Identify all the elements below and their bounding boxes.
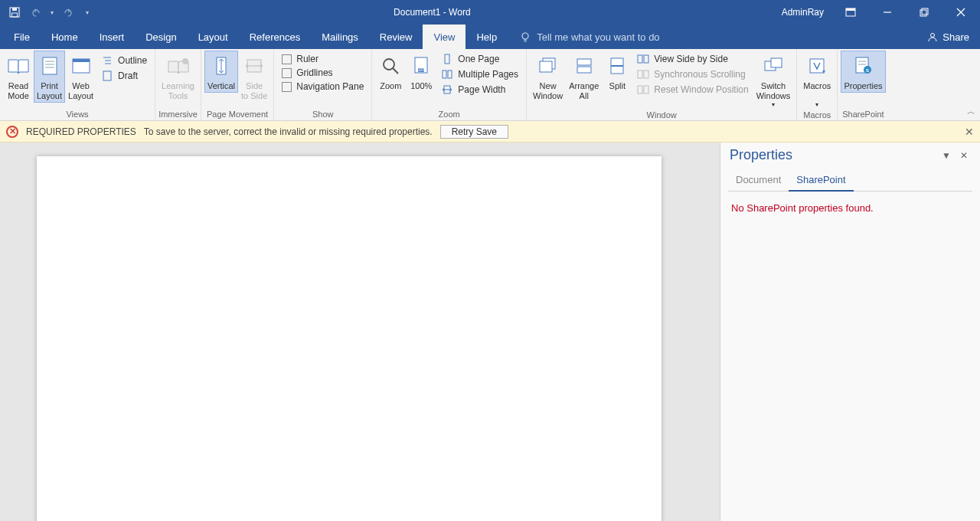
svg-text:S: S <box>866 68 869 73</box>
tab-design[interactable]: Design <box>135 25 187 49</box>
navigation-pane-checkbox[interactable]: Navigation Pane <box>282 81 364 92</box>
svg-rect-14 <box>43 57 57 74</box>
tab-home[interactable]: Home <box>41 25 89 49</box>
svg-text:100: 100 <box>418 67 425 72</box>
group-sharepoint: S Properties SharePoint <box>838 49 888 120</box>
group-show: Ruler Gridlines Navigation Pane Show <box>274 49 372 120</box>
message-title: REQUIRED PROPERTIES <box>26 126 136 137</box>
tab-mailings[interactable]: Mailings <box>311 25 369 49</box>
group-views-label: Views <box>0 110 155 120</box>
tab-layout[interactable]: Layout <box>188 25 239 49</box>
redo-icon[interactable] <box>60 4 77 21</box>
message-bar: ✕ REQUIRED PROPERTIES To save to the ser… <box>0 121 980 143</box>
qat-customize-icon[interactable]: ▾ <box>84 9 90 16</box>
print-layout-button[interactable]: Print Layout <box>34 51 65 103</box>
split-button[interactable]: Split <box>602 51 632 93</box>
svg-rect-49 <box>771 58 782 67</box>
gridlines-checkbox[interactable]: Gridlines <box>282 67 364 78</box>
minimize-icon[interactable] <box>870 0 905 25</box>
tell-me-search[interactable]: Tell me what you want to do <box>520 25 659 49</box>
title-bar: ▾ ▾ Document1 - Word AdminRay <box>0 0 980 25</box>
new-window-button[interactable]: New Window <box>530 51 566 103</box>
macros-button[interactable]: Macros▾ <box>800 51 834 110</box>
vertical-button[interactable]: Vertical <box>204 51 238 93</box>
multiple-pages-button[interactable]: Multiple Pages <box>441 67 518 81</box>
quick-access-toolbar: ▾ ▾ <box>0 4 90 21</box>
pane-options-icon[interactable]: ▼ <box>937 150 956 161</box>
pane-tab-document[interactable]: Document <box>728 171 789 191</box>
properties-icon: S <box>851 54 875 78</box>
share-icon <box>927 31 938 42</box>
close-icon[interactable] <box>943 0 978 25</box>
macros-icon <box>805 54 829 78</box>
svg-rect-2 <box>12 13 18 17</box>
svg-rect-34 <box>448 70 452 78</box>
new-window-icon <box>536 54 560 78</box>
group-immersive-label: Immersive <box>155 110 201 120</box>
retry-save-button[interactable]: Retry Save <box>440 125 508 139</box>
split-icon <box>605 54 629 78</box>
undo-icon[interactable] <box>28 4 44 21</box>
view-side-by-side-button[interactable]: View Side by Side <box>637 52 748 66</box>
document-area[interactable] <box>0 143 720 521</box>
hundred-percent-button[interactable]: 100 100% <box>406 51 436 93</box>
svg-rect-37 <box>540 61 552 72</box>
outline-button[interactable]: Outline <box>101 54 147 67</box>
tab-view[interactable]: View <box>423 25 466 49</box>
group-macros-label: Macros <box>797 110 837 121</box>
maximize-icon[interactable] <box>906 0 942 25</box>
synchronous-scrolling-button[interactable]: Synchronous Scrolling <box>637 67 748 81</box>
group-window: New Window Arrange All Split View Side b… <box>527 49 797 120</box>
group-macros: Macros▾ Macros <box>797 49 838 120</box>
switch-windows-button[interactable]: Switch Windows ▾ <box>753 51 794 110</box>
group-immersive: Learning Tools Immersive <box>155 49 201 120</box>
draft-icon <box>101 70 113 82</box>
pane-close-icon[interactable]: ✕ <box>956 150 972 161</box>
message-close-icon[interactable]: ✕ <box>965 126 974 138</box>
svg-rect-4 <box>846 8 855 11</box>
svg-rect-33 <box>443 70 446 78</box>
svg-point-24 <box>182 58 188 64</box>
svg-rect-6 <box>920 10 926 16</box>
pane-tab-sharepoint[interactable]: SharePoint <box>789 171 853 192</box>
web-layout-button[interactable]: Web Layout <box>65 51 96 103</box>
document-page[interactable] <box>37 156 662 521</box>
arrange-all-icon <box>572 54 596 78</box>
user-name[interactable]: AdminRay <box>774 7 831 18</box>
hundred-percent-icon: 100 <box>409 54 433 78</box>
tab-references[interactable]: References <box>239 25 311 49</box>
undo-dropdown-icon[interactable]: ▾ <box>49 9 55 16</box>
learning-tools-button[interactable]: Learning Tools <box>158 51 198 103</box>
arrange-all-button[interactable]: Arrange All <box>566 51 602 103</box>
collapse-ribbon-icon[interactable]: ︿ <box>967 106 975 117</box>
window-title: Document1 - Word <box>90 7 774 18</box>
checkbox-icon <box>282 68 292 78</box>
svg-rect-50 <box>810 59 824 73</box>
outline-icon <box>101 54 113 67</box>
save-icon[interactable] <box>6 4 23 21</box>
ruler-checkbox[interactable]: Ruler <box>282 54 364 64</box>
one-page-button[interactable]: One Page <box>441 52 518 66</box>
reset-window-position-button[interactable]: Reset Window Position <box>637 83 748 97</box>
share-button[interactable]: Share <box>942 31 969 43</box>
ribbon-display-icon[interactable] <box>833 0 868 25</box>
svg-line-28 <box>393 68 398 74</box>
group-show-label: Show <box>274 110 371 120</box>
properties-button[interactable]: S Properties <box>841 51 885 93</box>
one-page-icon <box>441 53 453 65</box>
tab-insert[interactable]: Insert <box>89 25 136 49</box>
side-to-side-button[interactable]: Side to Side <box>238 51 270 103</box>
zoom-button[interactable]: Zoom <box>375 51 406 93</box>
tab-help[interactable]: Help <box>466 25 508 49</box>
tab-file[interactable]: File <box>3 25 41 49</box>
tab-review[interactable]: Review <box>369 25 423 49</box>
web-layout-icon <box>69 54 93 78</box>
ribbon-tabs: File Home Insert Design Layout Reference… <box>0 25 980 49</box>
checkbox-icon <box>282 54 292 64</box>
switch-windows-icon <box>761 54 786 78</box>
read-mode-button[interactable]: Read Mode <box>3 51 34 103</box>
draft-button[interactable]: Draft <box>101 69 147 83</box>
svg-rect-43 <box>644 55 648 63</box>
page-width-button[interactable]: Page Width <box>441 83 518 97</box>
svg-point-13 <box>931 34 935 38</box>
